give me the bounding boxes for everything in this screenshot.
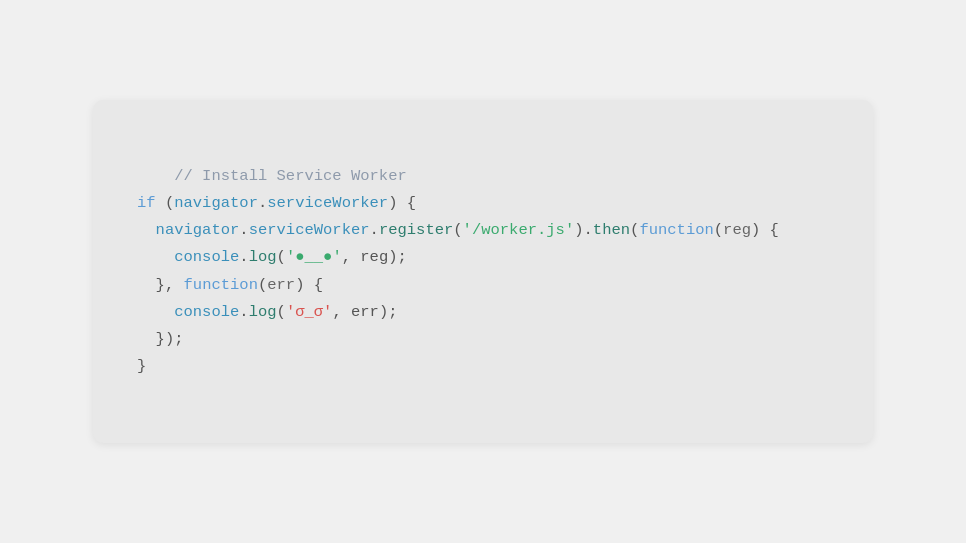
close-if-line: }: [137, 357, 146, 375]
console-log-reg-line: console.log('●__●', reg);: [137, 248, 407, 266]
comment-line: // Install Service Worker: [174, 167, 407, 185]
function-err-line: }, function(err) {: [137, 276, 323, 294]
close-then-line: });: [137, 330, 184, 348]
register-line: navigator.serviceWorker.register('/worke…: [137, 221, 779, 239]
if-line: if (navigator.serviceWorker) {: [137, 194, 416, 212]
console-log-err-line: console.log('σ_σ', err);: [137, 303, 398, 321]
code-block: // Install Service Worker if (navigator.…: [137, 136, 829, 407]
code-container: // Install Service Worker if (navigator.…: [93, 100, 873, 443]
